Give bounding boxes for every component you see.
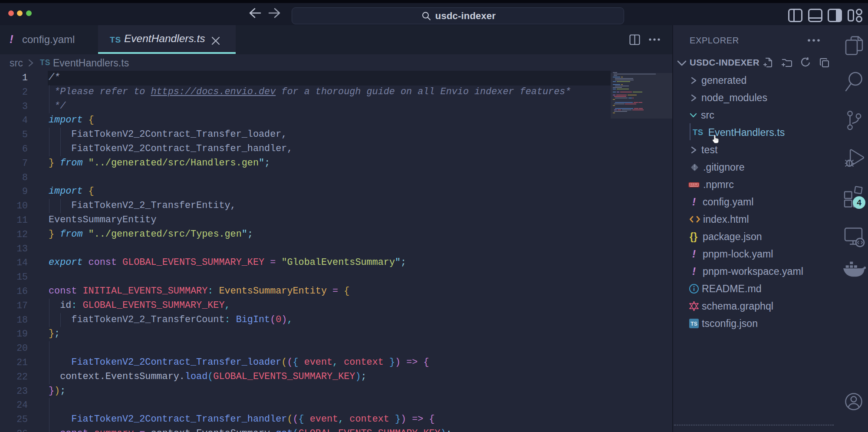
svg-text:TS: TS <box>690 321 697 327</box>
